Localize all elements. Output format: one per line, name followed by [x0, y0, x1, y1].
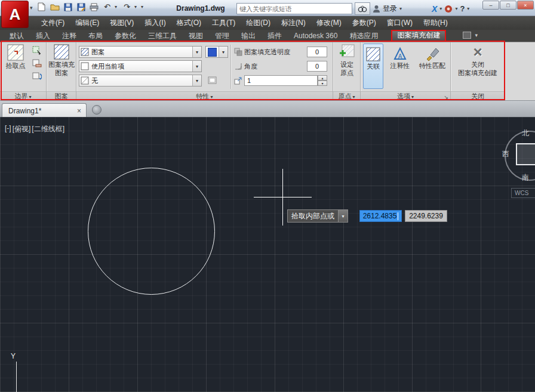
tab-output[interactable]: 输出: [235, 30, 262, 42]
open-file-button[interactable]: [49, 2, 60, 12]
menu-item-parametric[interactable]: 参数(P): [347, 16, 382, 30]
menu-item-view[interactable]: 视图(V): [104, 16, 139, 30]
app-menu-caret-icon[interactable]: ▾: [30, 5, 33, 11]
panel-label-pattern[interactable]: 图案: [47, 91, 76, 101]
tab-annotate[interactable]: 注释: [56, 30, 82, 42]
recreate-boundary-button[interactable]: [31, 71, 43, 82]
help-button[interactable]: ?: [460, 4, 465, 13]
viewcube-north-label[interactable]: 北: [522, 128, 529, 138]
menu-item-insert[interactable]: 插入(I): [139, 16, 171, 30]
drawing-canvas[interactable]: [-] [俯视] [二维线框] 拾取内部点或 ▾ 2612.4835 2249.…: [0, 117, 535, 392]
scale-value-field[interactable]: 1: [244, 75, 318, 86]
menu-item-format[interactable]: 格式(O): [171, 16, 207, 30]
undo-caret-icon[interactable]: ▾: [115, 4, 119, 10]
viewcube-west-label[interactable]: 西: [502, 149, 509, 159]
transparency-value-field[interactable]: 0: [307, 47, 327, 57]
minimize-button[interactable]: –: [482, 1, 499, 10]
search-input[interactable]: [236, 3, 352, 14]
viewport-view-control[interactable]: [俯视]: [13, 124, 31, 134]
close-window-button[interactable]: ×: [517, 1, 534, 10]
prompt-options-caret-icon[interactable]: ▾: [338, 210, 348, 222]
communication-caret-icon[interactable]: ▾: [455, 6, 457, 11]
tab-plugins[interactable]: 插件: [262, 30, 288, 42]
redo-caret-icon[interactable]: ▾: [134, 4, 139, 10]
set-origin-label-2: 原点: [340, 69, 353, 77]
exchange-apps-button[interactable]: X: [432, 4, 437, 14]
viewcube-face[interactable]: [516, 143, 535, 165]
new-file-button[interactable]: [36, 2, 47, 12]
close-hatch-creation-button[interactable]: × 关闭 图案填充创建: [453, 44, 503, 77]
hatch-color-combo[interactable]: 使用当前项 ▾: [79, 60, 202, 72]
associative-button[interactable]: 关联: [363, 44, 383, 89]
drawing-file-tab[interactable]: Drawing1* ×: [2, 103, 87, 118]
color-byblock-combo[interactable]: ▾: [205, 46, 228, 58]
plot-button[interactable]: [88, 2, 100, 12]
angle-value-field[interactable]: 0: [307, 61, 327, 72]
tab-layout[interactable]: 布局: [82, 30, 109, 42]
spinner-up-icon[interactable]: ▴: [318, 75, 327, 81]
pick-points-button[interactable]: 拾取点: [2, 44, 29, 70]
menu-item-window[interactable]: 窗口(W): [382, 16, 418, 30]
maximize-button[interactable]: □: [500, 1, 516, 10]
panel-label-origin[interactable]: 原点▾: [333, 91, 360, 101]
annotative-button[interactable]: A 注释性: [387, 44, 413, 89]
redo-button[interactable]: ↷: [121, 2, 133, 12]
dynamic-input-x-field[interactable]: 2612.4835: [359, 210, 402, 222]
menu-item-tools[interactable]: 工具(T): [207, 16, 241, 30]
select-boundary-objects-button[interactable]: [31, 45, 43, 55]
save-button[interactable]: [62, 2, 73, 12]
save-as-button[interactable]: [75, 2, 87, 12]
file-tab-menu-button[interactable]: [92, 105, 102, 115]
remove-boundary-objects-button[interactable]: [31, 58, 43, 69]
file-tab-close-icon[interactable]: ×: [76, 107, 82, 115]
tab-manage[interactable]: 管理: [209, 30, 235, 42]
relative-paper-space-button[interactable]: [207, 75, 219, 85]
signin-button[interactable]: 登录: [383, 4, 397, 14]
viewcube-south-label[interactable]: 南: [522, 172, 529, 183]
tab-3d-tools[interactable]: 三维工具: [142, 30, 183, 42]
tab-hatch-creation-active[interactable]: 图案填充创建: [391, 30, 446, 42]
ribbon-minimize-icon[interactable]: [463, 32, 471, 39]
dynamic-input-y-field[interactable]: 2249.6239: [405, 210, 447, 222]
set-origin-button[interactable]: 设定 原点: [334, 44, 359, 77]
spinner-down-icon[interactable]: ▾: [318, 81, 327, 86]
background-color-caret-icon[interactable]: ▾: [192, 75, 201, 86]
menu-item-help[interactable]: 帮助(H): [418, 16, 453, 30]
hatch-type-combo[interactable]: 图案 ▾: [79, 46, 202, 58]
panel-label-boundaries[interactable]: 边界▾: [0, 91, 46, 101]
hatch-type-caret-icon[interactable]: ▾: [192, 47, 201, 57]
exchange-caret-icon[interactable]: ▾: [439, 6, 442, 11]
wcs-dropdown[interactable]: WCS: [511, 188, 535, 198]
menu-item-modify[interactable]: 修改(M): [311, 16, 347, 30]
help-caret-icon[interactable]: ▾: [467, 6, 469, 11]
match-properties-button[interactable]: 特性匹配: [416, 44, 449, 89]
undo-button[interactable]: ↶: [102, 2, 113, 12]
qat-customize-caret-icon[interactable]: ▾: [141, 4, 146, 10]
color-byblock-caret-icon[interactable]: ▾: [219, 47, 227, 57]
menu-item-draw[interactable]: 绘图(D): [241, 16, 276, 30]
redo-icon: ↷: [124, 2, 130, 12]
viewport-minimize-control[interactable]: [-]: [5, 124, 11, 134]
signin-caret-icon[interactable]: ▾: [399, 6, 402, 11]
tab-featured-apps[interactable]: 精选应用: [343, 30, 384, 42]
ribbon-minimize-caret-icon[interactable]: ▾: [475, 32, 478, 38]
menu-item-edit[interactable]: 编辑(E): [70, 16, 104, 30]
panel-label-properties[interactable]: 特性▾: [76, 91, 333, 101]
background-color-combo[interactable]: 无 ▾: [79, 75, 202, 87]
tab-view[interactable]: 视图: [183, 30, 209, 42]
panel-label-options[interactable]: 选项▾ ↘: [361, 91, 450, 101]
tab-home[interactable]: 默认: [4, 30, 30, 42]
menu-item-file[interactable]: 文件(F): [36, 16, 70, 30]
search-button[interactable]: [355, 2, 370, 15]
application-menu-button[interactable]: A: [1, 1, 29, 28]
viewport-visual-style-control[interactable]: [二维线框]: [32, 124, 64, 134]
menu-item-dimension[interactable]: 标注(N): [276, 16, 311, 30]
tab-insert[interactable]: 插入: [30, 30, 56, 42]
hatch-pattern-button[interactable]: 图案填充 图案: [48, 44, 75, 77]
tab-autodesk-360[interactable]: Autodesk 360: [288, 30, 343, 42]
tab-parametric[interactable]: 参数化: [109, 30, 142, 42]
communication-center-icon[interactable]: [444, 5, 453, 13]
hatch-color-caret-icon[interactable]: ▾: [192, 61, 201, 72]
title-bar: A ▾ ↶ ▾ ↷ ▾ ▾ Drawing1.dwg 登录 ▾ X ▾ ▾ ?: [0, 0, 535, 16]
drawn-circle[interactable]: [88, 168, 215, 295]
